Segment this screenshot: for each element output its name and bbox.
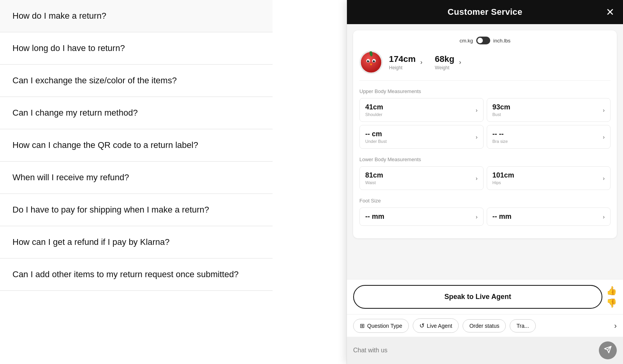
order-status-label: Order status bbox=[469, 323, 499, 329]
send-icon bbox=[604, 346, 612, 355]
bust-cell[interactable]: 93cm Bust › bbox=[487, 98, 611, 122]
weight-item[interactable]: 68kg Weight › bbox=[435, 54, 461, 70]
hips-label: Hips bbox=[493, 180, 514, 185]
speak-btn-row: Speak to Live Agent 👍 👎 bbox=[347, 279, 623, 314]
faq-item-8[interactable]: How can I get a refund if I pay by Klarn… bbox=[0, 226, 273, 258]
quick-order-status-button[interactable]: Order status bbox=[463, 319, 506, 332]
upper-body-section-header: Upper Body Measurements bbox=[359, 87, 611, 94]
under-bust-cell[interactable]: -- cm Under Bust › bbox=[359, 125, 484, 149]
shoulder-value: 41cm bbox=[365, 103, 383, 111]
faq-panel: How do I make a return? How long do I ha… bbox=[0, 0, 273, 364]
bra-size-chevron-icon: › bbox=[603, 134, 605, 140]
thumbs-down-button[interactable]: 👎 bbox=[606, 298, 617, 308]
foot-left-cell[interactable]: -- mm › bbox=[359, 207, 484, 226]
quick-question-type-button[interactable]: ⊞ Question Type bbox=[353, 319, 409, 333]
unit-toggle[interactable]: cm.kg inch.lbs bbox=[359, 37, 611, 44]
unit-cm-kg: cm.kg bbox=[459, 38, 473, 44]
svg-point-6 bbox=[368, 60, 369, 61]
send-svg-icon bbox=[604, 346, 612, 353]
unit-inch-lbs: inch.lbs bbox=[493, 38, 510, 44]
weight-chevron-icon: › bbox=[459, 59, 461, 66]
measurements-card: cm.kg inch.lbs bbox=[353, 30, 617, 238]
svg-point-4 bbox=[367, 60, 370, 62]
faq-item-3[interactable]: Can I exchange the size/color of the ite… bbox=[0, 65, 273, 97]
feedback-buttons: 👍 👎 bbox=[606, 286, 617, 308]
thumbs-down-icon: 👎 bbox=[606, 298, 617, 308]
under-bust-label: Under Bust bbox=[365, 139, 387, 144]
quick-live-agent-button[interactable]: ↺ Live Agent bbox=[413, 318, 459, 333]
bra-size-cell[interactable]: -- -- Bra size › bbox=[487, 125, 611, 149]
chat-header-title: Customer Service bbox=[448, 7, 523, 17]
waist-value: 81cm bbox=[365, 171, 383, 179]
bust-value: 93cm bbox=[493, 103, 510, 111]
height-item[interactable]: 174cm Height › bbox=[389, 54, 422, 70]
waist-cell[interactable]: 81cm Waist › bbox=[359, 166, 484, 190]
height-label: Height bbox=[389, 65, 416, 70]
foot-grid: -- mm › -- mm › bbox=[359, 207, 611, 226]
question-type-label: Question Type bbox=[367, 323, 402, 329]
live-agent-icon: ↺ bbox=[419, 322, 424, 329]
more-icon: › bbox=[614, 321, 617, 330]
hips-chevron-icon: › bbox=[603, 175, 605, 181]
avatar-icon bbox=[360, 51, 382, 73]
chat-widget: Customer Service ✕ cm.kg inch.lbs bbox=[347, 0, 623, 364]
height-value: 174cm bbox=[389, 54, 416, 64]
faq-item-4[interactable]: Can I change my return method? bbox=[0, 97, 273, 129]
faq-item-7[interactable]: Do I have to pay for shipping when I mak… bbox=[0, 194, 273, 226]
avatar-row: 174cm Height › 68kg Weight › bbox=[359, 51, 611, 81]
bust-label: Bust bbox=[493, 112, 510, 117]
weight-value: 68kg bbox=[435, 54, 454, 64]
question-type-icon: ⊞ bbox=[360, 322, 365, 329]
faq-item-6[interactable]: When will I receive my refund? bbox=[0, 162, 273, 194]
svg-point-7 bbox=[374, 60, 375, 61]
shoulder-chevron-icon: › bbox=[476, 107, 478, 113]
faq-item-1[interactable]: How do I make a return? bbox=[0, 0, 273, 32]
lower-body-grid: 81cm Waist › 101cm Hips › bbox=[359, 166, 611, 190]
live-agent-label: Live Agent bbox=[427, 323, 452, 329]
shoulder-cell[interactable]: 41cm Shoulder › bbox=[359, 98, 484, 122]
height-chevron-icon: › bbox=[421, 59, 422, 66]
faq-item-9[interactable]: Can I add other items to my return reque… bbox=[0, 258, 273, 291]
svg-point-5 bbox=[373, 60, 375, 62]
foot-right-chevron-icon: › bbox=[603, 214, 605, 220]
hips-cell[interactable]: 101cm Hips › bbox=[487, 166, 611, 190]
foot-section-header: Foot Size bbox=[359, 196, 611, 204]
under-bust-value: -- cm bbox=[365, 130, 387, 138]
send-button[interactable] bbox=[599, 341, 617, 359]
more-quick-actions-button[interactable]: › bbox=[614, 321, 617, 330]
avatar-measurements: 174cm Height › 68kg Weight › bbox=[389, 54, 611, 70]
quick-tracking-button[interactable]: Tra... bbox=[510, 319, 535, 332]
faq-item-2[interactable]: How long do I have to return? bbox=[0, 32, 273, 65]
hips-value: 101cm bbox=[493, 171, 514, 179]
quick-actions-bar: ⊞ Question Type ↺ Live Agent Order statu… bbox=[347, 314, 623, 337]
speak-to-live-agent-button[interactable]: Speak to Live Agent bbox=[353, 285, 602, 309]
bra-size-value: -- -- bbox=[493, 130, 508, 138]
thumbs-up-button[interactable]: 👍 bbox=[606, 286, 617, 296]
chat-input-row bbox=[347, 337, 623, 364]
foot-left-value: -- mm bbox=[365, 213, 384, 221]
upper-body-grid: 41cm Shoulder › 93cm Bust › -- cm Under bbox=[359, 98, 611, 149]
bust-chevron-icon: › bbox=[603, 107, 605, 113]
lower-body-section-header: Lower Body Measurements bbox=[359, 155, 611, 162]
foot-right-value: -- mm bbox=[493, 213, 512, 221]
unit-toggle-switch[interactable] bbox=[476, 37, 490, 44]
close-button[interactable]: ✕ bbox=[606, 7, 614, 17]
foot-left-chevron-icon: › bbox=[476, 214, 478, 220]
faq-item-5[interactable]: How can I change the QR code to a return… bbox=[0, 129, 273, 162]
under-bust-chevron-icon: › bbox=[476, 134, 478, 140]
shoulder-label: Shoulder bbox=[365, 112, 383, 117]
chat-header: Customer Service ✕ bbox=[347, 0, 623, 24]
bra-size-label: Bra size bbox=[493, 139, 508, 144]
weight-label: Weight bbox=[435, 65, 454, 70]
thumbs-up-icon: 👍 bbox=[606, 286, 617, 295]
waist-label: Waist bbox=[365, 180, 383, 185]
waist-chevron-icon: › bbox=[476, 175, 478, 181]
chat-input[interactable] bbox=[353, 344, 595, 357]
tracking-label: Tra... bbox=[516, 323, 529, 329]
avatar bbox=[359, 51, 383, 74]
chat-body: cm.kg inch.lbs bbox=[347, 24, 623, 279]
foot-right-cell[interactable]: -- mm › bbox=[487, 207, 611, 226]
